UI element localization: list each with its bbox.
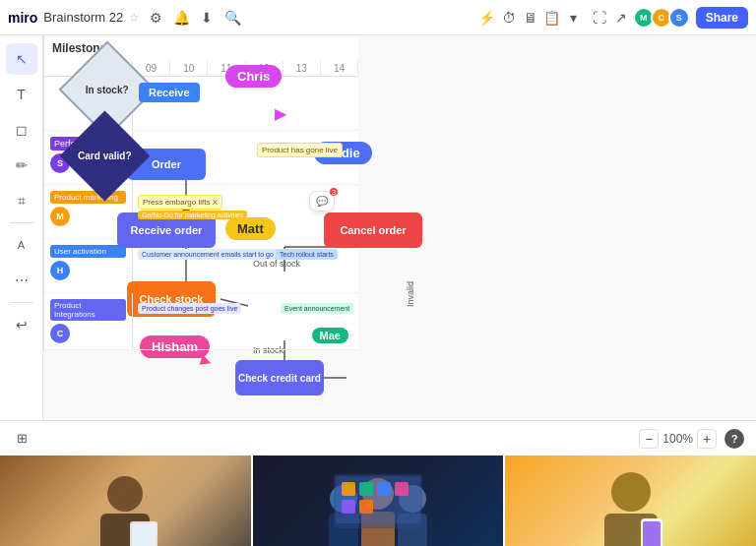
lightning-icon[interactable]: ⚡ [477,8,497,28]
strip-people-2 [314,464,442,546]
svg-rect-28 [643,521,661,546]
tl-content-pm: Press embargo lifts X Go/No-Go for marke… [133,185,358,238]
fc-instock-text: In stock? [86,85,129,95]
help-button[interactable]: ? [724,429,744,449]
mae-label: Mae [312,328,348,343]
svg-rect-20 [359,482,373,496]
star-icon[interactable]: ☆ [129,11,140,25]
strip-person-3 [577,464,685,546]
svg-rect-10 [132,523,156,546]
download-icon[interactable]: ⬇ [197,8,217,28]
board-name[interactable]: Brainstorm 22 [43,10,123,25]
shapes-tool[interactable]: ◻ [6,114,37,146]
left-toolbar: ↖ T ◻ ✏ ⌗ A ⋯ ↩ [0,35,43,420]
strip-image-1 [0,455,251,546]
avatar-user3: S [668,7,690,29]
zoom-control: − 100% + [639,429,717,449]
cursor-tool[interactable]: ↖ [6,43,37,75]
timeline-row-product-integrations: Product Integrations C Product changes p… [44,293,358,350]
zoom-out-button[interactable]: − [639,429,659,449]
strip-person-1 [71,464,179,546]
ua-bar2: Tech rollout starts [276,249,338,260]
main-area: ↖ T ◻ ✏ ⌗ A ⋯ ↩ [0,35,756,420]
pm-bar2: Go/No-Go for marketing activities [138,211,247,219]
svg-rect-24 [359,500,373,514]
pen-tool[interactable]: ✏ [6,150,37,181]
grid-toggle-button[interactable]: ⊞ [12,429,32,449]
ua-bar1: Customer announcement emails start to go… [138,249,289,260]
timer-icon[interactable]: ⏱ [499,8,519,28]
svg-point-25 [611,472,651,512]
pm-bar: Press embargo lifts X [138,195,222,210]
tl-label-pi: Product Integrations C [44,293,133,349]
pm-avatar: M [50,207,70,226]
pi-label-badge: Product Integrations [50,299,126,321]
svg-point-7 [107,476,143,512]
topbar: miro Brainstorm 22 ☆ ⚙ 🔔 ⬇ 🔍 ⚡ ⏱ 🖥 📋 ▾ ⛶… [0,0,756,35]
svg-rect-23 [342,500,355,514]
cursor-icon[interactable]: ↗ [611,8,631,28]
text-tool[interactable]: T [6,79,37,110]
tl-content-receive: Receive [133,77,358,130]
present-icon[interactable]: 📋 [542,8,562,28]
pi-bar1: Product changes post goes live [138,303,241,314]
expand-icon[interactable]: ⛶ [590,8,609,28]
strip-image-2 [251,455,504,546]
perf-bar: Product has gone live [257,143,343,157]
bottom-strip [0,455,756,546]
search-icon[interactable]: 🔍 [222,8,242,28]
settings-icon[interactable]: ⚙ [146,8,165,28]
canvas-tools: ⚡ ⏱ 🖥 📋 ▾ [477,8,584,28]
share-button[interactable]: Share [696,7,748,29]
more-tool[interactable]: ⋯ [6,265,37,296]
svg-rect-19 [342,482,355,496]
font-tool[interactable]: A [6,229,37,261]
svg-rect-21 [377,482,391,496]
tool-divider-2 [10,302,33,303]
zoom-in-button[interactable]: + [697,429,717,449]
invalid-label: Invalid [406,281,415,307]
tool-divider-1 [10,222,33,223]
svg-rect-22 [395,482,409,496]
back-tool[interactable]: ↩ [6,309,37,340]
fc-checkcredit-node: Check credit card [235,360,324,395]
eraser-tool[interactable]: ⌗ [6,185,37,216]
strip-image-3 [503,455,756,546]
pi-bar2: Event announcement [281,303,353,314]
fc-cardvalid-text: Card valid? [78,151,131,161]
app-logo: miro [8,10,37,26]
pi-avatar: C [50,324,70,343]
more-tools-icon[interactable]: ▾ [564,8,584,28]
bottom-bar: ⊞ − 100% + ? [0,420,756,455]
notifications-icon[interactable]: 🔔 [171,8,191,28]
topbar-left: miro Brainstorm 22 ☆ ⚙ 🔔 ⬇ 🔍 [8,8,470,28]
tl-content-ua: Customer announcement emails start to go… [133,239,358,292]
avatar-group: M C S [637,7,690,29]
canvas-inner: Chris ▶ Sadie Order Receive order Cancel… [43,35,756,420]
topbar-right: ⚡ ⏱ 🖥 📋 ▾ ⛶ ↗ M C S Share [477,7,748,29]
strip-bg-1 [0,455,251,546]
view-tools: ⛶ ↗ [590,8,631,28]
zoom-level: 100% [662,432,693,446]
tl-content-performance: Product has gone live [133,131,358,184]
strip-bg-3 [505,455,756,546]
ua-avatar: H [50,261,70,280]
video-icon[interactable]: 🖥 [521,8,540,28]
receive-bar: Receive [139,83,200,102]
strip-bg-2 [253,455,504,546]
canvas[interactable]: Chris ▶ Sadie Order Receive order Cancel… [43,35,756,420]
